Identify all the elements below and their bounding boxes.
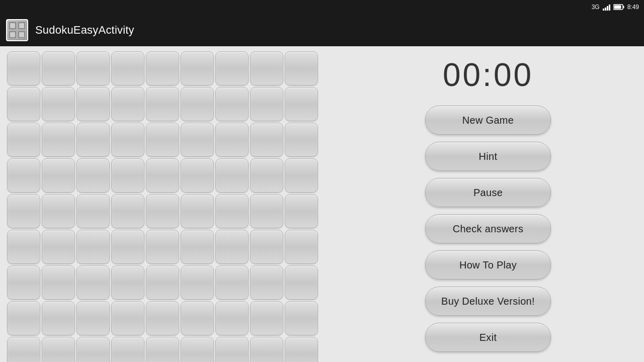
hint-button[interactable]: Hint [425,142,551,171]
sudoku-cell[interactable] [250,51,283,85]
sudoku-cell[interactable] [215,194,249,228]
sudoku-cell[interactable] [42,194,75,228]
sudoku-cell[interactable] [285,51,318,85]
sudoku-cell[interactable] [7,337,40,362]
check-answers-button[interactable]: Check answers [425,214,551,243]
sudoku-cell[interactable] [7,301,40,335]
main-content: 00:00 New Game Hint Pause Check answers … [0,46,644,362]
sudoku-cell[interactable] [215,87,249,121]
sudoku-cell[interactable] [146,123,179,157]
right-panel: 00:00 New Game Hint Pause Check answers … [332,46,644,362]
sudoku-cell[interactable] [146,87,179,121]
sudoku-cell[interactable] [111,123,144,157]
sudoku-cell[interactable] [111,51,144,85]
sudoku-cell[interactable] [42,51,75,85]
signal-label: 3G [592,4,600,11]
sudoku-cell[interactable] [181,301,214,335]
sudoku-cell[interactable] [215,337,249,362]
sudoku-cell[interactable] [250,265,283,300]
sudoku-cell[interactable] [250,194,283,228]
svg-rect-11 [19,32,24,37]
sudoku-cell[interactable] [76,87,110,121]
sudoku-cell[interactable] [42,337,75,362]
sudoku-cell[interactable] [76,158,110,193]
sudoku-cell[interactable] [250,301,283,335]
sudoku-cell[interactable] [250,230,283,264]
sudoku-cell[interactable] [76,51,110,85]
buy-deluxe-button[interactable]: Buy Deluxe Version! [425,287,551,316]
sudoku-cell[interactable] [7,158,40,193]
sudoku-cell[interactable] [42,265,75,300]
sudoku-cell[interactable] [111,87,144,121]
sudoku-cell[interactable] [76,230,110,264]
sudoku-cell[interactable] [7,123,40,157]
sudoku-cell[interactable] [146,265,179,300]
top-bar: SudokuEasyActivity [0,14,644,46]
sudoku-cell[interactable] [111,194,144,228]
sudoku-cell[interactable] [250,87,283,121]
sudoku-cell[interactable] [285,158,318,193]
sudoku-cell[interactable] [285,301,318,335]
sudoku-cell[interactable] [76,265,110,300]
sudoku-cell[interactable] [215,158,249,193]
sudoku-cell[interactable] [76,123,110,157]
sudoku-cell[interactable] [181,123,214,157]
how-to-play-button[interactable]: How To Play [425,250,551,280]
exit-button[interactable]: Exit [425,323,551,352]
sudoku-cell[interactable] [215,301,249,335]
sudoku-cell[interactable] [7,87,40,121]
sudoku-cell[interactable] [7,51,40,85]
sudoku-cell[interactable] [111,230,144,264]
sudoku-cell[interactable] [285,337,318,362]
sudoku-grid [7,51,318,362]
sudoku-cell[interactable] [111,337,144,362]
svg-rect-1 [623,6,624,9]
sudoku-cell[interactable] [181,87,214,121]
sudoku-cell[interactable] [285,230,318,264]
sudoku-cell[interactable] [42,87,75,121]
pause-button[interactable]: Pause [425,178,551,207]
sudoku-cell[interactable] [42,230,75,264]
sudoku-cell[interactable] [215,51,249,85]
sudoku-cell[interactable] [42,158,75,193]
sudoku-cell[interactable] [42,123,75,157]
sudoku-cell[interactable] [146,337,179,362]
svg-rect-9 [19,23,24,28]
new-game-button[interactable]: New Game [425,106,551,135]
sudoku-cell[interactable] [76,301,110,335]
sudoku-cell[interactable] [250,158,283,193]
sudoku-cell[interactable] [146,158,179,193]
sudoku-cell[interactable] [111,158,144,193]
sudoku-cell[interactable] [7,230,40,264]
sudoku-cell[interactable] [181,158,214,193]
sudoku-cell[interactable] [215,230,249,264]
sudoku-cell[interactable] [250,337,283,362]
sudoku-cell[interactable] [76,194,110,228]
sudoku-cell[interactable] [42,301,75,335]
sudoku-cell[interactable] [285,123,318,157]
sudoku-cell[interactable] [285,87,318,121]
sudoku-cell[interactable] [250,123,283,157]
sudoku-cell[interactable] [181,265,214,300]
sudoku-cell[interactable] [181,194,214,228]
sudoku-cell[interactable] [285,265,318,300]
svg-rect-2 [614,6,621,9]
sudoku-cell[interactable] [285,194,318,228]
sudoku-cell[interactable] [76,337,110,362]
sudoku-cell[interactable] [146,301,179,335]
sudoku-grid-area [0,46,332,362]
sudoku-cell[interactable] [7,194,40,228]
sudoku-cell[interactable] [181,337,214,362]
sudoku-cell[interactable] [111,301,144,335]
sudoku-cell[interactable] [111,265,144,300]
sudoku-cell[interactable] [7,265,40,300]
signal-icon [603,4,610,11]
sudoku-cell[interactable] [146,51,179,85]
sudoku-cell[interactable] [215,123,249,157]
sudoku-cell[interactable] [146,230,179,264]
sudoku-cell[interactable] [181,230,214,264]
sudoku-cell[interactable] [146,194,179,228]
timer-display: 00:00 [443,56,533,94]
sudoku-cell[interactable] [181,51,214,85]
sudoku-cell[interactable] [215,265,249,300]
